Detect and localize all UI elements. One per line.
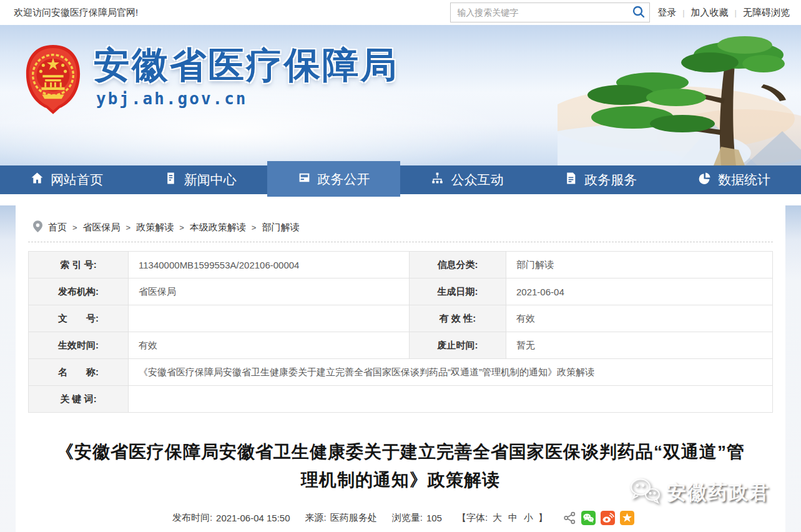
nav-item-news[interactable]: 新闻中心 [134,165,267,194]
info-label: 关 键 词: [29,386,129,413]
nav-label: 政务服务 [584,171,637,189]
top-links: 登录 | 加入收藏 | 无障碍浏览 [657,7,790,19]
font-control-close: 】 [538,512,548,524]
font-size-small[interactable]: 小 [524,512,533,524]
separator: | [735,8,737,17]
publish-time: 发布时间: 2021-06-04 15:50 [172,512,290,524]
disclosure-icon [298,171,311,187]
table-row: 名 称: 《安徽省医疗保障局安徽省卫生健康委关于建立完善全省国家医保谈判药品“双… [29,359,773,386]
search-input[interactable] [451,7,628,17]
table-row: 发布机构: 省医保局 生成日期: 2021-06-04 [29,278,773,305]
site-banner: 安徽省医疗保障局 ybj.ah.gov.cn [0,25,801,165]
info-value: 有效 [506,305,773,332]
accessibility-link[interactable]: 无障碍浏览 [743,7,790,19]
wechat-watermark-icon [628,476,662,510]
publish-time-label: 发布时间: [172,512,212,524]
home-icon [31,172,44,188]
info-value: 省医保局 [129,278,410,305]
pine-tree-image [558,25,801,165]
breadcrumb-level-policy[interactable]: 本级政策解读 [190,222,246,234]
info-value: 有效 [129,332,410,359]
nav-item-home[interactable]: 网站首页 [0,165,134,194]
info-value [129,305,410,332]
table-row: 索 引 号: 11340000MB1599553A/202106-00004 信… [29,252,773,278]
views-label: 浏览量: [392,512,423,524]
nav-item-disclosure[interactable]: 政务公开 [267,161,401,197]
info-value: 部门解读 [506,252,773,278]
breadcrumb-policy[interactable]: 政策解读 [136,222,174,234]
table-row: 文 号: 有 效 性: 有效 [29,305,773,332]
info-label: 废止时间: [410,332,506,359]
info-value: 2021-06-04 [506,278,773,305]
wechat-share-icon[interactable] [581,511,596,525]
font-size-control: 【字体: 大 中 小 】 [457,512,548,524]
site-url: ybj.ah.gov.cn [94,89,398,108]
welcome-text: 欢迎访问安徽医疗保障局官网! [14,7,138,19]
page: 欢迎访问安徽医疗保障局官网! 登录 | 加入收藏 | 无障 [0,0,801,532]
watermark-text: 安徽药政君 [667,480,770,506]
login-link[interactable]: 登录 [657,7,676,19]
table-row: 生效时间: 有效 废止时间: 暂无 [29,332,773,359]
top-utility-bar: 欢迎访问安徽医疗保障局官网! 登录 | 加入收藏 | 无障 [0,0,801,25]
font-control-open: 【字体: [457,512,488,524]
nav-item-interaction[interactable]: 公众互动 [400,165,534,194]
nav-label: 政务公开 [318,170,370,188]
nav-label: 网站首页 [51,171,103,189]
source-label: 来源: [305,512,327,524]
breadcrumb-separator: > [72,223,77,232]
info-value: 11340000MB1599553A/202106-00004 [129,252,410,278]
main-nav: 网站首页 新闻中心 政务公开 [0,165,801,194]
font-size-large[interactable]: 大 [493,512,502,524]
location-pin-icon [33,220,42,234]
info-table: 索 引 号: 11340000MB1599553A/202106-00004 信… [28,251,773,413]
separator: | [682,8,684,17]
news-icon [164,172,177,188]
breadcrumb: 首页 > 省医保局 > 政策解读 > 本级政策解读 > 部门解读 [28,205,773,242]
info-value: 暂无 [506,332,773,359]
nav-label: 公众互动 [451,171,503,189]
info-label: 信息分类: [410,252,506,278]
article-meta: 发布时间: 2021-06-04 15:50 来源: 医药服务处 浏览量: 10… [28,511,773,525]
nav-label: 新闻中心 [184,171,237,189]
statistics-icon [698,172,711,188]
source: 来源: 医药服务处 [305,512,377,524]
service-icon [564,172,577,188]
interaction-icon [431,172,444,188]
info-label: 生成日期: [410,278,506,305]
publish-time-value: 2021-06-04 15:50 [216,513,290,523]
share-icon[interactable] [563,511,576,525]
info-label: 名 称: [29,359,129,386]
font-size-medium[interactable]: 中 [508,512,518,524]
info-value [129,386,773,413]
search-icon [632,5,646,21]
info-label: 生效时间: [29,332,129,359]
nav-item-statistics[interactable]: 数据统计 [667,165,801,194]
views-value: 105 [426,513,442,523]
weibo-share-icon[interactable] [601,511,615,525]
source-value: 医药服务处 [330,512,377,524]
site-title: 安徽省医疗保障局 [94,46,398,84]
breadcrumb-home[interactable]: 首页 [48,222,67,234]
breadcrumb-current: 部门解读 [262,222,299,234]
breadcrumb-bureau[interactable]: 省医保局 [83,222,120,234]
view-count: 浏览量: 105 [392,512,442,524]
favorite-star-icon[interactable] [620,511,634,525]
search-box [450,2,650,22]
info-label: 发布机构: [29,278,129,305]
nav-item-service[interactable]: 政务服务 [534,165,667,194]
info-label: 有 效 性: [410,305,506,332]
share-icons [563,511,634,525]
info-value: 《安徽省医疗保障局安徽省卫生健康委关于建立完善全省国家医保谈判药品“双通道”管理… [129,359,773,386]
national-emblem-logo [22,42,84,116]
search-button[interactable] [628,3,649,22]
nav-label: 数据统计 [718,171,770,189]
watermark: 安徽药政君 [628,476,770,510]
favorite-link[interactable]: 加入收藏 [691,7,729,19]
brand-text: 安徽省医疗保障局 ybj.ah.gov.cn [94,42,398,108]
info-label: 文 号: [29,305,129,332]
breadcrumb-separator: > [252,223,257,232]
table-row: 关 键 词: [29,386,773,413]
site-brand: 安徽省医疗保障局 ybj.ah.gov.cn [22,42,398,116]
info-label: 索 引 号: [29,252,129,278]
topbar-right: 登录 | 加入收藏 | 无障碍浏览 [450,2,790,22]
